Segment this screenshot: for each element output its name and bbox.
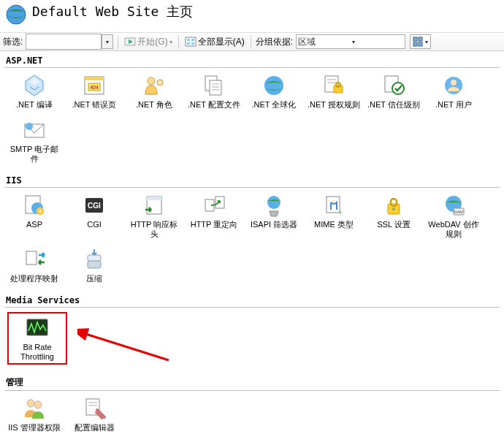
start-button[interactable]: 开始(G) ▾ [123, 36, 173, 48]
show-all-icon [185, 36, 196, 47]
auth-icon [321, 72, 347, 99]
feature-label: 配置编辑器 [67, 423, 121, 433]
bitrate-icon [24, 315, 50, 341]
feature-bitrate[interactable]: Bit Rate Throttling [7, 312, 67, 365]
feature-label: HTTP 响应标头 [127, 220, 181, 239]
feature-auth[interactable]: .NET 授权规则 [307, 72, 361, 110]
icon-grid: Bit Rate Throttling [4, 308, 500, 372]
feature-label: .NET 编译 [7, 100, 61, 110]
svg-point-61 [34, 401, 42, 408]
svg-point-34 [451, 80, 457, 85]
feature-label: .NET 用户 [427, 100, 481, 110]
filter-input[interactable] [26, 34, 102, 50]
mime-icon: ♪ [321, 192, 347, 218]
compress-icon [81, 246, 107, 273]
feature-mgr[interactable]: IIS 管理器权限 [7, 395, 61, 433]
content-area: ASP.NET.NET 编译404.NET 错误页.NET 角色.NET 配置文… [0, 54, 504, 434]
separator [251, 35, 251, 48]
feature-label: ISAPI 筛选器 [247, 220, 301, 229]
redirect-icon [201, 192, 227, 218]
separator [118, 35, 118, 48]
roles-icon [141, 72, 167, 99]
feature-compile[interactable]: .NET 编译 [7, 72, 61, 110]
feature-label: Bit Rate Throttling [10, 343, 64, 362]
feature-webdav[interactable]: DAVWebDAV 创作规则 [427, 192, 481, 239]
svg-rect-21 [210, 80, 221, 95]
group-by-value: 区域 [298, 36, 349, 48]
icon-grid: ASPCGICGIHTTP 响应标头HTTP 重定向ISAPI 筛选器♪MIME… [4, 188, 500, 291]
feature-roles[interactable]: .NET 角色 [127, 72, 181, 110]
group-header: IIS [4, 174, 500, 188]
start-label: 开始(G) [137, 36, 167, 48]
dropdown-arrow-icon: ▾ [352, 39, 403, 45]
site-icon [4, 3, 28, 26]
feature-label: MIME 类型 [307, 220, 361, 229]
feature-ssl[interactable]: SSL 设置 [367, 192, 421, 229]
feature-redirect[interactable]: HTTP 重定向 [187, 192, 241, 229]
global-icon [261, 72, 287, 99]
feature-label: .NET 配置文件 [187, 100, 241, 110]
group-by-label: 分组依据: [256, 36, 293, 48]
separator [178, 35, 179, 48]
page-title: Default Web Site 主页 [32, 3, 193, 20]
feature-asp[interactable]: ASP [7, 192, 61, 229]
svg-rect-57 [88, 261, 101, 268]
users-icon [440, 72, 467, 99]
group-by-select[interactable]: 区域 ▾ [296, 34, 405, 49]
show-all-button[interactable]: 全部显示(A) [183, 36, 246, 48]
group-mgmt: 管理IIS 管理器权限配置编辑器 [4, 375, 500, 434]
feature-label: .NET 授权规则 [307, 100, 361, 110]
headers-icon [141, 192, 167, 218]
group-iis: IISASPCGICGIHTTP 响应标头HTTP 重定向ISAPI 筛选器♪M… [4, 174, 500, 291]
feature-cfg[interactable]: 配置编辑器 [67, 395, 121, 433]
feature-isapi[interactable]: ISAPI 筛选器 [247, 192, 301, 229]
feature-trust[interactable]: .NET 信任级别 [367, 72, 421, 110]
svg-rect-56 [26, 251, 37, 264]
svg-rect-10 [413, 42, 417, 46]
feature-cgi[interactable]: CGICGI [67, 192, 121, 229]
svg-rect-3 [186, 37, 196, 46]
feature-label: ASP [7, 220, 61, 229]
view-mode-button[interactable]: ▾ [410, 34, 431, 49]
feature-label: .NET 错误页 [67, 100, 121, 110]
asp-icon [21, 192, 47, 218]
svg-text:♪: ♪ [339, 208, 343, 216]
start-icon [124, 36, 136, 47]
svg-point-18 [148, 77, 155, 85]
feature-label: WebDAV 创作规则 [427, 220, 481, 239]
feature-users[interactable]: .NET 用户 [427, 72, 481, 110]
feature-smtp[interactable]: SMTP 电子邮件 [7, 117, 61, 164]
svg-rect-7 [191, 42, 194, 45]
svg-point-36 [26, 123, 33, 130]
feature-headers[interactable]: HTTP 响应标头 [127, 192, 181, 239]
error-icon: 404 [81, 72, 107, 99]
svg-point-25 [264, 76, 283, 95]
svg-point-60 [27, 400, 34, 407]
feature-mime[interactable]: ♪MIME 类型 [307, 192, 361, 229]
svg-rect-44 [147, 197, 161, 200]
feature-label: SSL 设置 [367, 220, 421, 229]
smtp-icon [21, 117, 47, 143]
feature-handler[interactable]: 处理程序映射 [7, 246, 61, 283]
svg-rect-6 [187, 42, 190, 45]
filter-label: 筛选: [3, 36, 23, 48]
trust-icon [381, 72, 407, 99]
feature-error[interactable]: 404.NET 错误页 [67, 72, 121, 110]
svg-rect-9 [419, 37, 422, 41]
feature-profile[interactable]: .NET 配置文件 [187, 72, 241, 110]
svg-rect-15 [85, 77, 104, 80]
feature-compress[interactable]: 压缩 [67, 246, 121, 283]
compile-icon [21, 72, 47, 99]
profile-icon [201, 72, 227, 99]
svg-rect-5 [191, 39, 194, 41]
feature-global[interactable]: .NET 全球化 [247, 72, 301, 110]
icon-grid: .NET 编译404.NET 错误页.NET 角色.NET 配置文件.NET 全… [4, 68, 500, 171]
show-all-label: 全部显示(A) [198, 36, 245, 48]
title-bar: Default Web Site 主页 [0, 0, 504, 32]
feature-label: 压缩 [67, 274, 121, 283]
feature-label: .NET 信任级别 [367, 100, 421, 110]
cfg-icon [81, 395, 107, 422]
filter-dropdown[interactable]: ▾ [102, 34, 113, 49]
group-header: Media Services [4, 294, 500, 308]
group-header: ASP.NET [4, 54, 500, 68]
